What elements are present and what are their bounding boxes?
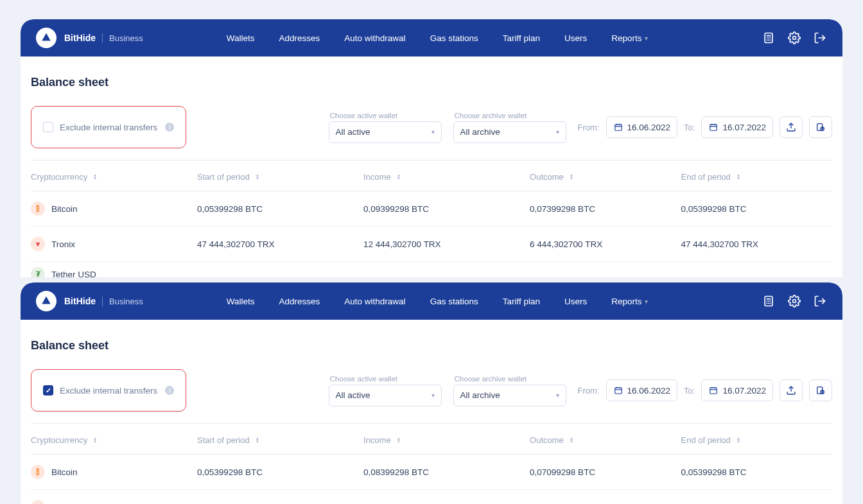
nav-addresses[interactable]: Addresses xyxy=(279,297,320,306)
exclude-checkbox[interactable] xyxy=(43,122,53,132)
nav-tariff[interactable]: Tariff plan xyxy=(503,33,540,43)
nav-reports[interactable]: Reports▾ xyxy=(611,33,647,43)
calculator-icon[interactable] xyxy=(762,31,776,45)
sort-icon xyxy=(254,173,261,182)
coin-name: Bitcoin xyxy=(51,204,78,214)
col-outcome[interactable]: Outcome xyxy=(530,435,681,445)
svg-rect-37 xyxy=(710,388,717,394)
export-button[interactable] xyxy=(780,379,803,401)
logout-icon[interactable] xyxy=(813,31,827,45)
archive-wallet-label: Choose archive wallet xyxy=(455,112,566,119)
nav-tariff[interactable]: Tariff plan xyxy=(503,297,540,306)
brand-section: Business xyxy=(102,33,143,43)
nav-gas-stations[interactable]: Gas stations xyxy=(430,297,478,306)
col-income[interactable]: Income xyxy=(363,435,530,445)
cell-end: 0,05399298 BTC xyxy=(681,204,832,214)
cell-end: 47 444,302700 TRX xyxy=(681,239,832,249)
col-start[interactable]: Start of period xyxy=(197,435,363,445)
nav-gas-stations[interactable]: Gas stations xyxy=(430,33,478,43)
col-end[interactable]: End of period xyxy=(681,435,832,445)
nav-auto-withdrawal[interactable]: Auto withdrawal xyxy=(344,33,405,43)
topbar: BitHide Business Wallets Addresses Auto … xyxy=(21,282,842,320)
col-cryptocurrency[interactable]: Cryptocurrency xyxy=(31,435,197,445)
table-row: ▼Tronix 47 444,302700 TRX 12 157,302700 … xyxy=(31,490,832,504)
topbar: BitHide Business Wallets Addresses Auto … xyxy=(21,19,842,56)
exclude-label: Exclude internal transfers xyxy=(60,386,157,395)
table-header: Cryptocurrency Start of period Income Ou… xyxy=(31,424,832,455)
settings-report-button[interactable] xyxy=(809,116,832,138)
brand-name: BitHide xyxy=(64,33,96,43)
to-label: To: xyxy=(684,386,695,395)
nav-reports[interactable]: Reports▾ xyxy=(611,297,647,306)
sort-icon xyxy=(395,436,403,445)
col-cryptocurrency[interactable]: Cryptocurrency xyxy=(31,172,197,182)
table-row: ₮Tether USD xyxy=(31,262,832,277)
main-nav: Wallets Addresses Auto withdrawal Gas st… xyxy=(227,33,648,43)
col-start[interactable]: Start of period xyxy=(197,172,363,182)
info-icon[interactable]: i xyxy=(165,386,174,395)
nav-users[interactable]: Users xyxy=(564,297,587,306)
app-top: BitHide Business Wallets Addresses Auto … xyxy=(21,19,842,277)
to-date-input[interactable]: 16.07.2022 xyxy=(701,116,773,138)
nav-users[interactable]: Users xyxy=(564,33,587,43)
sort-icon xyxy=(395,173,403,182)
export-button[interactable] xyxy=(780,116,803,138)
from-date-input[interactable]: 16.06.2022 xyxy=(606,116,678,138)
cell-outcome: 0,07399298 BTC xyxy=(530,204,681,214)
calculator-icon[interactable] xyxy=(762,294,776,308)
nav-wallets[interactable]: Wallets xyxy=(227,33,255,43)
logo-icon xyxy=(36,28,57,48)
col-income[interactable]: Income xyxy=(363,172,530,182)
exclude-internal-transfers-box: Exclude internal transfers i xyxy=(31,106,186,148)
exclude-checkbox[interactable] xyxy=(43,385,53,395)
sort-icon xyxy=(735,436,742,445)
exclude-internal-transfers-box: Exclude internal transfers i xyxy=(31,369,186,412)
brand-name: BitHide xyxy=(64,296,96,306)
col-outcome[interactable]: Outcome xyxy=(530,172,681,182)
exclude-label: Exclude internal transfers xyxy=(60,123,157,132)
archive-wallet-select[interactable]: All archive▾ xyxy=(453,121,566,143)
cell-income: 0,09399298 BTC xyxy=(363,204,530,214)
info-icon[interactable]: i xyxy=(165,123,174,132)
settings-report-button[interactable] xyxy=(809,379,832,401)
cell-end: 0,05399298 BTC xyxy=(681,467,832,477)
chevron-down-icon: ▾ xyxy=(645,35,648,42)
table-header: Cryptocurrency Start of period Income Ou… xyxy=(31,161,832,191)
calendar-icon xyxy=(613,385,623,395)
archive-wallet-select[interactable]: All archive▾ xyxy=(453,385,566,406)
to-date-input[interactable]: 16.07.2022 xyxy=(701,379,773,401)
brand-section: Business xyxy=(102,297,143,306)
coin-name: Bitcoin xyxy=(51,467,78,477)
col-end[interactable]: End of period xyxy=(681,172,832,182)
svg-point-8 xyxy=(793,37,796,40)
svg-rect-14 xyxy=(710,125,717,130)
nav-addresses[interactable]: Addresses xyxy=(279,33,320,43)
main-nav: Wallets Addresses Auto withdrawal Gas st… xyxy=(227,297,648,306)
bitcoin-icon: ₿ xyxy=(31,202,45,216)
coin-name: Tether USD xyxy=(51,270,96,278)
page-title: Balance sheet xyxy=(31,339,832,352)
sort-icon xyxy=(735,173,742,182)
sort-icon xyxy=(91,173,99,182)
svg-point-31 xyxy=(793,300,796,303)
gear-icon[interactable] xyxy=(787,294,801,308)
table-row: ▼Tronix 47 444,302700 TRX 12 444,302700 … xyxy=(31,227,832,262)
gear-icon[interactable] xyxy=(787,31,801,45)
from-label: From: xyxy=(578,123,600,132)
active-wallet-select[interactable]: All active▾ xyxy=(329,385,442,406)
logout-icon[interactable] xyxy=(813,294,827,308)
active-wallet-select[interactable]: All active▾ xyxy=(329,121,442,143)
nav-auto-withdrawal[interactable]: Auto withdrawal xyxy=(344,297,405,306)
from-date-input[interactable]: 16.06.2022 xyxy=(606,379,678,401)
chevron-down-icon: ▾ xyxy=(432,392,435,399)
table-row: ₿Bitcoin 0,05399298 BTC 0,09399298 BTC 0… xyxy=(31,191,832,227)
filter-bar: Exclude internal transfers i Choose acti… xyxy=(31,369,832,424)
cell-outcome: 6 444,302700 TRX xyxy=(530,239,681,249)
archive-wallet-label: Choose archive wallet xyxy=(455,375,566,383)
coin-name: Tronix xyxy=(51,239,75,249)
cell-income: 12 444,302700 TRX xyxy=(363,239,530,249)
app-bottom: BitHide Business Wallets Addresses Auto … xyxy=(21,282,842,504)
chevron-down-icon: ▾ xyxy=(645,298,648,305)
cell-income: 0,08399298 BTC xyxy=(363,467,530,477)
nav-wallets[interactable]: Wallets xyxy=(227,297,255,306)
